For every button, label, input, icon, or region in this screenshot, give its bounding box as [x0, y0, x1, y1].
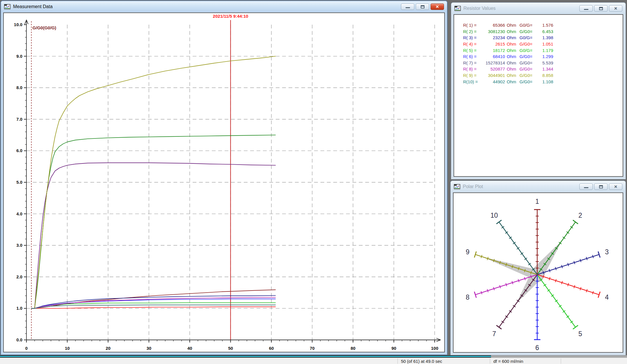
y-tick-label: 7.0 [16, 117, 22, 122]
radar-axis-number: 5 [578, 330, 582, 338]
radar-axis-4 [537, 275, 600, 298]
status-divider [561, 358, 561, 364]
radar-axis-number: 2 [578, 212, 582, 219]
polar-plot-window: Polar Plot ✕ 12345678910 [450, 181, 626, 355]
radar-axis-endcap [496, 220, 501, 224]
minimize-button[interactable] [579, 5, 593, 12]
minimize-icon [406, 7, 410, 8]
y-tick-label: 3.0 [16, 243, 22, 248]
polar-plot-chart: 12345678910 [454, 193, 623, 353]
resistor-ratio-value: 1.051 [536, 42, 553, 46]
resistor-ratio-label: G/G0= [519, 29, 536, 34]
resistor-ohm-value: 3081230 [481, 29, 505, 34]
y-axis-label: G/G0(G0/G) [33, 25, 56, 30]
chart-window-icon [4, 4, 10, 9]
resistor-label: R( 7) = [463, 60, 481, 65]
radar-axis-number: 3 [605, 248, 609, 256]
status-divider [397, 358, 398, 364]
y-tick-label: 2.0 [16, 274, 22, 279]
resistor-ohm-value: 520877 [481, 66, 505, 71]
radar-axis-number: 8 [466, 293, 470, 301]
resistor-ratio-value: 6.453 [536, 29, 553, 34]
resistor-unit: Ohm [507, 29, 517, 34]
resistor-label: R( 8) = [463, 66, 481, 71]
x-tick-label: 80 [351, 346, 356, 351]
resistor-ratio-value: 1.108 [536, 79, 553, 84]
resistor-unit: Ohm [507, 60, 517, 65]
radar-axis-endcap [496, 325, 501, 329]
resistor-ohm-value: 15278314 [481, 60, 505, 65]
resistor-label: R( 2) = [463, 29, 481, 34]
resistor-ohm-value: 2615 [481, 42, 505, 46]
resistor-ratio-value: 5.539 [536, 60, 553, 65]
series-R2 [31, 135, 275, 308]
resistor-unit: Ohm [507, 79, 517, 84]
resistor-row: R( 2) =3081230OhmG/G0=6.453 [463, 28, 621, 35]
minimize-button[interactable] [401, 3, 414, 10]
resistor-ratio-label: G/G0= [519, 54, 536, 59]
x-tick-label: 10 [65, 346, 70, 351]
caption-buttons: ✕ [579, 5, 622, 12]
resistor-list: R( 1) =65366OhmG0/G=1.576R( 2) =3081230O… [463, 22, 621, 85]
caption-buttons: ✕ [401, 3, 444, 10]
resistor-values-titlebar[interactable]: Resistor Values ✕ [452, 3, 625, 14]
resistor-ratio-label: G/G0= [519, 79, 536, 84]
radar-axis-endcap [573, 220, 578, 224]
radar-axis-number: 4 [605, 293, 609, 301]
measurement-chart: 01020304050607080901000.01.02.03.04.05.0… [4, 13, 444, 352]
status-divider [490, 358, 490, 364]
close-icon: ✕ [436, 5, 439, 9]
resistor-ratio-value: 1.344 [536, 66, 553, 71]
resistor-row: R( 7) =15278314OhmG/G0=5.539 [463, 60, 621, 66]
resistor-ohm-value: 18172 [481, 48, 505, 53]
resistor-ratio-value: 1.299 [536, 54, 553, 59]
maximize-button[interactable] [594, 183, 608, 190]
measurement-data-window: Measurement Data ✕ 010203040506070809010… [1, 1, 447, 355]
x-tick-label: 90 [391, 346, 396, 351]
maximize-button[interactable] [416, 3, 429, 10]
app-frame-bottom-edge [0, 355, 627, 358]
y-tick-label: 8.0 [16, 85, 22, 90]
measurement-data-titlebar[interactable]: Measurement Data ✕ [1, 1, 447, 12]
resistor-label: R( 4) = [463, 42, 481, 46]
close-button[interactable]: ✕ [431, 3, 444, 10]
y-tick-label: 10.0 [14, 22, 22, 27]
polar-plot-area: 12345678910 [453, 192, 623, 353]
resistor-row: R( 3) =23234OhmG0/G=1.398 [463, 35, 621, 41]
radar-axis-number: 10 [490, 212, 498, 219]
caption-buttons: ✕ [579, 183, 622, 190]
resistor-ratio-label: G0/G= [519, 48, 536, 53]
timestamp-annotation: 2021/11/5 9:44:10 [213, 14, 248, 19]
resistor-label: R( 1) = [463, 23, 481, 28]
window-title: Resistor Values [463, 6, 579, 11]
y-tick-label: 6.0 [16, 148, 22, 153]
resistor-ratio-value: 1.398 [536, 35, 553, 40]
polar-plot-titlebar[interactable]: Polar Plot ✕ [451, 181, 625, 192]
y-tick-label: 1.0 [16, 306, 22, 311]
close-button[interactable]: ✕ [609, 183, 622, 190]
minimize-button[interactable] [579, 183, 593, 190]
resistor-ratio-label: G/G0= [519, 66, 536, 71]
resistor-row: R( 4) =2615OhmG/G0=1.051 [463, 41, 621, 47]
resistor-label: R(10) = [463, 79, 481, 84]
resistor-ratio-value: 1.576 [536, 23, 553, 28]
resistor-unit: Ohm [507, 66, 517, 71]
radar-axis-number: 6 [535, 344, 539, 352]
y-tick-label: 5.0 [16, 180, 22, 185]
close-icon: ✕ [614, 6, 617, 10]
resistor-ohm-value: 68410 [481, 54, 505, 59]
chart-window-icon [454, 184, 460, 189]
radar-axis-5 [537, 275, 578, 329]
y-tick-label: 0.0 [16, 337, 22, 342]
resistor-label: R( 9) = [463, 73, 481, 78]
resistor-ohm-value: 3044901 [481, 73, 505, 78]
resistor-ratio-label: G0/G= [519, 35, 536, 40]
measurement-chart-area: 01020304050607080901000.01.02.03.04.05.0… [3, 12, 445, 352]
x-tick-label: 0 [25, 346, 28, 351]
maximize-button[interactable] [594, 5, 608, 12]
resistor-row: R( 8) =520877OhmG/G0=1.344 [463, 66, 621, 72]
radar-polygon [482, 241, 562, 304]
resistor-ratio-value: 8.858 [536, 73, 553, 78]
close-button[interactable]: ✕ [609, 5, 622, 12]
maximize-icon [599, 7, 603, 10]
